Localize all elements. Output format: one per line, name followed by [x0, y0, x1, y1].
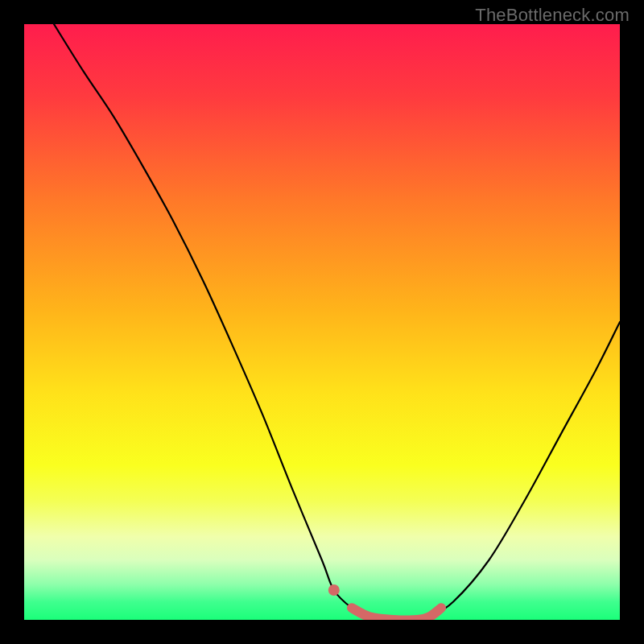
plot-area [24, 24, 620, 620]
highlight-start-dot [328, 584, 340, 596]
watermark-text: TheBottleneck.com [475, 5, 630, 26]
bottleneck-chart [24, 24, 620, 620]
gradient-background [24, 24, 620, 620]
chart-container: TheBottleneck.com [0, 0, 644, 644]
